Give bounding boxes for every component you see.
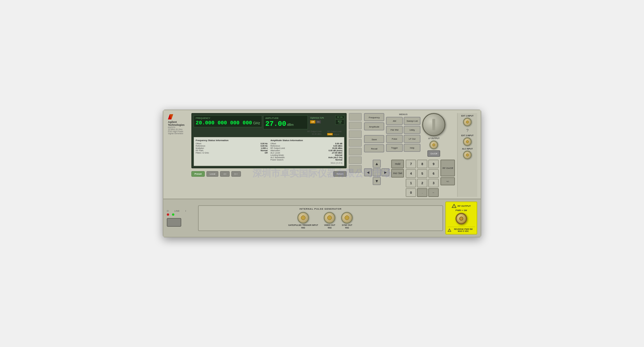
return-button[interactable]: Return bbox=[333, 171, 347, 177]
key-8[interactable]: 8 bbox=[417, 160, 427, 168]
am-button[interactable]: AM bbox=[386, 117, 403, 125]
warning-triangle-2-icon: ! bbox=[448, 228, 451, 232]
rf-onoff-button[interactable]: RF On/Off bbox=[440, 160, 455, 176]
disp-softkey-5[interactable] bbox=[349, 148, 362, 155]
brand-name: Agilent Technologies bbox=[168, 121, 188, 126]
key-3[interactable]: 3 bbox=[428, 179, 439, 187]
sweep-list-button[interactable]: Sweep/ List bbox=[404, 117, 420, 125]
amplitude-button[interactable]: Amplitude bbox=[364, 122, 384, 130]
power-section: O LINE I bbox=[167, 210, 196, 227]
gate-connector[interactable] bbox=[297, 212, 309, 224]
nav-left-button[interactable]: ◄ bbox=[364, 168, 372, 176]
filters-key: Filters <2 GHz: bbox=[196, 152, 209, 154]
frequency-value: 20.000 000 000 000 bbox=[196, 120, 252, 126]
filters-val: Off bbox=[265, 152, 268, 154]
line-label: O LINE I bbox=[167, 210, 196, 212]
rotary-knob[interactable] bbox=[422, 113, 445, 136]
lf-out-button[interactable]: LF Out bbox=[404, 135, 420, 143]
incr-set-button[interactable]: Incr Set bbox=[391, 169, 404, 178]
key-6[interactable]: 6 bbox=[428, 169, 439, 178]
nav-right-button[interactable]: ► bbox=[381, 168, 389, 176]
key-7[interactable]: 7 bbox=[406, 160, 416, 168]
main-display: FREQUENCY 20.000 000 000 000 GHz AMPLITU… bbox=[191, 113, 347, 168]
key-5[interactable]: 5 bbox=[417, 169, 427, 178]
amp-offset-val: 0.00 dB bbox=[335, 143, 342, 145]
trigger-button[interactable]: Trigger bbox=[386, 144, 403, 152]
nav-down-button[interactable]: ▼ bbox=[373, 177, 381, 185]
gate-connector-col: GATE/PULSE/ TRIGGER INPUT 50Ω bbox=[288, 212, 318, 229]
key-0[interactable]: 0 bbox=[406, 188, 416, 197]
nav-up-button[interactable]: ▲ bbox=[373, 160, 381, 168]
status-info-panel: Frequency Status Information Offset:0.00… bbox=[194, 137, 344, 166]
disp-softkey-1[interactable] bbox=[349, 113, 362, 121]
help-button[interactable]: Help bbox=[404, 144, 420, 152]
rf-path-val: Normal bbox=[261, 149, 268, 152]
lf-output-connector[interactable] bbox=[429, 141, 438, 149]
freq-status-title: Frequency Status Information bbox=[196, 139, 268, 142]
disp-softkey-4[interactable] bbox=[349, 139, 362, 147]
key-1[interactable]: 1 bbox=[406, 179, 416, 187]
pulse-gen-section: INTERNAL PULSE GENERATOR GATE/PULSE/ TRI… bbox=[198, 205, 443, 231]
attenuator-key: Attenuator: bbox=[270, 149, 280, 152]
disp-softkey-2[interactable] bbox=[349, 122, 362, 129]
svg-text:!: ! bbox=[454, 205, 454, 207]
alc-bw-key: ALC Bandwidth: bbox=[270, 156, 285, 158]
instrument-body: 深圳市卓实国际仪器有限公司市场 Agilent Technologies E82… bbox=[163, 110, 481, 237]
key-decimal[interactable]: . bbox=[417, 188, 427, 197]
ext2-section: EXT 2 INPUT bbox=[459, 134, 475, 146]
optimize-on-button[interactable]: On bbox=[316, 120, 321, 123]
amplitude-display: AMPLITUDE 27.00 dBm bbox=[263, 115, 308, 129]
lock-button[interactable]: Lock bbox=[327, 133, 333, 135]
alc-label: ALC INPUT bbox=[462, 148, 473, 150]
lf-onoff-button[interactable]: On/Off bbox=[427, 150, 440, 157]
freq-range: 10 MHz-20 GHz bbox=[168, 128, 188, 130]
ext1-connector[interactable] bbox=[463, 118, 472, 126]
ext2-connector[interactable] bbox=[463, 137, 472, 146]
alc-section: ALC INPUT bbox=[459, 148, 475, 159]
recall-button[interactable]: Recall bbox=[364, 144, 384, 152]
disp-softkey-3[interactable] bbox=[349, 130, 362, 138]
video-connector-col: VIDEO OUT 50Ω bbox=[324, 212, 335, 229]
power-button[interactable] bbox=[167, 218, 181, 227]
attenuator-val: 0.00 dB (Auto) bbox=[329, 149, 342, 152]
local-button[interactable]: Local bbox=[206, 171, 218, 177]
key-backspace[interactable]: ← bbox=[428, 188, 439, 197]
fm-phim-button[interactable]: FM/ ΦM bbox=[386, 126, 403, 134]
frequency-button[interactable]: Frequency bbox=[364, 113, 384, 121]
arrow-right-button[interactable]: ▷○ bbox=[231, 171, 241, 177]
sync-connector[interactable] bbox=[341, 212, 353, 224]
gate-impedance: 50Ω bbox=[301, 227, 305, 229]
optimize-off-button[interactable]: Off bbox=[310, 120, 315, 123]
key-2[interactable]: 2 bbox=[417, 179, 427, 187]
video-label: VIDEO OUT bbox=[324, 224, 335, 226]
gate-label: GATE/PULSE/ TRIGGER INPUT bbox=[288, 224, 318, 226]
hold-button[interactable]: Hold bbox=[391, 160, 404, 168]
rf-path-key: RF Path: bbox=[196, 149, 204, 152]
function-buttons: Frequency Amplitude Save Recall bbox=[364, 113, 384, 152]
freq-multiplier-key: Multiplier: bbox=[196, 147, 204, 149]
sync-impedance: 50Ω bbox=[345, 227, 349, 229]
arrow-left-button[interactable]: ◁○ bbox=[220, 171, 230, 177]
pulse-button[interactable]: Pulse bbox=[386, 135, 403, 143]
frequency-display: FREQUENCY 20.000 000 000 000 GHz bbox=[194, 115, 262, 127]
preset-button[interactable]: Preset bbox=[191, 171, 205, 177]
video-connector[interactable] bbox=[324, 212, 335, 224]
key-9[interactable]: 9 bbox=[428, 160, 439, 168]
save-button[interactable]: Save bbox=[364, 135, 384, 143]
freq-multiplier-val: 1.000 x bbox=[261, 147, 268, 149]
optimize-label: Optimize S/N bbox=[310, 117, 333, 119]
power-search-val: Normal bbox=[335, 159, 342, 161]
disp-softkey-6[interactable] bbox=[349, 156, 362, 164]
model-number: E8257D bbox=[168, 126, 188, 128]
lf-output-connector-col bbox=[429, 141, 438, 149]
freq-reference-val: 0.00 Hz bbox=[261, 145, 268, 147]
rf-output-connector[interactable] bbox=[455, 213, 467, 224]
key-4[interactable]: 4 bbox=[406, 169, 416, 178]
alc-connector[interactable] bbox=[463, 151, 472, 159]
leveling-key: Leveling Mode: bbox=[270, 154, 284, 156]
utility-button[interactable]: Utility bbox=[404, 126, 420, 134]
bottom-section: O LINE I INTERNAL PULSE GENERATOR GAT bbox=[163, 199, 481, 237]
disp-softkey-7[interactable] bbox=[349, 165, 362, 173]
lf-output-connector-inner bbox=[432, 143, 435, 146]
plusminus-button[interactable]: +/- bbox=[440, 177, 455, 185]
